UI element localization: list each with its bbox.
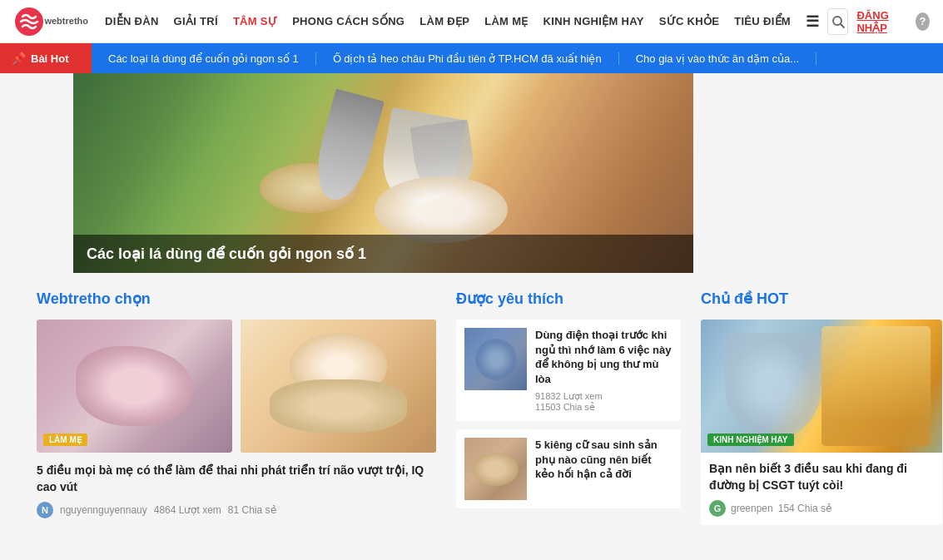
nav-giai-tri[interactable]: GIẢI TRÍ [174, 15, 218, 27]
hero-banner[interactable]: Các loại lá dùng để cuốn gỏi ngon số 1 [73, 73, 693, 273]
hero-title: Các loại lá dùng để cuốn gỏi ngon số 1 [87, 245, 680, 263]
dyti-image-2 [464, 438, 527, 500]
nav-dien-dan[interactable]: DIỄN ĐÀN [105, 15, 159, 27]
breaking-item-1[interactable]: Các loại lá dùng để cuốn gỏi ngon số 1 [92, 52, 316, 65]
author-avatar-g: G [709, 500, 726, 517]
dyti-views-1: 91832 Lượt xem [535, 391, 673, 402]
logo-text: webtretho [44, 16, 88, 27]
dyti-stats-1: 91832 Lượt xem 11503 Chia sẻ [535, 391, 673, 413]
nav-suc-khoe[interactable]: SỨC KHỎE [659, 15, 720, 27]
nav-more-icon[interactable]: ☰ [806, 12, 819, 31]
chu-de-hot-title: Chủ đề HOT [701, 290, 942, 308]
article-views: 4864 Lượt xem [154, 504, 221, 516]
breaking-items: Các loại lá dùng để cuốn gỏi ngon số 1 Ổ… [92, 52, 816, 65]
breaking-item-2[interactable]: Ổ dịch tả heo châu Phi đầu tiên ở TP.HCM… [316, 52, 619, 65]
hot-card-content: Bạn nên biết 3 điều sau khi đang đi đườn… [701, 453, 942, 525]
webtretho-article-meta: N nguyennguyennauy 4864 Lượt xem 81 Chia… [37, 502, 436, 518]
hot-card-author[interactable]: greenpen [731, 503, 773, 514]
hero-overlay: Các loại lá dùng để cuốn gỏi ngon số 1 [73, 235, 693, 273]
breaking-bar: 📌 Bài Hot Các loại lá dùng để cuốn gỏi n… [0, 43, 943, 73]
card-image-right[interactable] [241, 320, 436, 453]
dang-nhap-button[interactable]: ĐĂNG NHẬP [856, 9, 907, 34]
help-button[interactable]: ? [916, 12, 930, 31]
body-layout: Webtretho chọn LÀM MẸ 5 điều mọi bà mẹ c… [0, 273, 943, 542]
author-name[interactable]: nguyennguyennauy [60, 504, 147, 516]
pin-icon: 📌 [12, 52, 26, 65]
duoc-yeu-thich-section: Được yêu thích Dùng điện thoại trước khi… [456, 290, 681, 525]
lam-me-badge: LÀM MẸ [43, 434, 87, 446]
webtretho-article-title[interactable]: 5 điều mọi bà mẹ có thể làm để thai nhi … [37, 463, 436, 495]
author-avatar-n: N [37, 502, 53, 518]
bai-hot-badge: 📌 Bài Hot [0, 43, 92, 73]
hot-card-meta: G greenpen 154 Chia sẻ [709, 500, 934, 517]
nav-tieu-diem[interactable]: TIÊU ĐIỂM [734, 15, 791, 27]
article-shares: 81 Chia sẻ [228, 504, 276, 516]
hot-card-image: KINH NGHIỆM HAY [701, 320, 942, 453]
main-nav: DIỄN ĐÀN GIẢI TRÍ TÂM SỰ PHONG CÁCH SỐNG… [105, 12, 819, 31]
hot-card[interactable]: KINH NGHIỆM HAY Bạn nên biết 3 điều sau … [701, 320, 942, 525]
logo[interactable]: webtretho [13, 5, 88, 38]
webtretho-chon-section: Webtretho chọn LÀM MẸ 5 điều mọi bà mẹ c… [37, 290, 436, 525]
chu-de-hot-section: Chủ đề HOT KINH NGHIỆM HAY Bạn nên biết … [701, 290, 942, 525]
kinh-nghiem-hay-badge: KINH NGHIỆM HAY [707, 434, 794, 446]
search-button[interactable] [827, 8, 848, 35]
dyti-content-2: 5 kiêng cữ sau sinh sản phụ nào cũng nên… [535, 438, 673, 500]
duoc-yeu-thich-title: Được yêu thích [456, 290, 681, 308]
logo-icon [13, 5, 44, 38]
nav-lam-dep[interactable]: LÀM ĐẸP [419, 15, 469, 27]
search-icon [831, 15, 845, 28]
dyti-item-2[interactable]: 5 kiêng cữ sau sinh sản phụ nào cũng nên… [456, 429, 681, 508]
dyti-title-2: 5 kiêng cữ sau sinh sản phụ nào cũng nên… [535, 438, 673, 482]
dyti-title-1: Dùng điện thoại trước khi ngủ thì nhớ là… [535, 328, 673, 386]
dyti-content-1: Dùng điện thoại trước khi ngủ thì nhớ là… [535, 328, 673, 413]
header: webtretho DIỄN ĐÀN GIẢI TRÍ TÂM SỰ PHONG… [0, 0, 943, 43]
dyti-image-1 [464, 328, 527, 390]
nav-kinh-nghiem-hay[interactable]: KINH NGHIỆM HAY [543, 15, 644, 27]
hot-card-title: Bạn nên biết 3 điều sau khi đang đi đườn… [709, 461, 934, 493]
nav-tam-su[interactable]: TÂM SỰ [233, 15, 277, 27]
dyti-item-1[interactable]: Dùng điện thoại trước khi ngủ thì nhớ là… [456, 320, 681, 421]
webtretho-chon-cards: LÀM MẸ [37, 320, 436, 453]
breaking-item-3[interactable]: Cho gia vị vào thức ăn dặm của... [619, 52, 816, 65]
nav-phong-cach-song[interactable]: PHONG CÁCH SỐNG [292, 15, 404, 27]
card-image-left[interactable]: LÀM MẸ [37, 320, 232, 453]
bai-hot-label: Bài Hot [31, 52, 69, 65]
nav-lam-me[interactable]: LÀM MẸ [484, 15, 528, 27]
dyti-shares-1: 11503 Chia sẻ [535, 402, 673, 413]
webtretho-chon-title: Webtretho chọn [37, 290, 436, 308]
hot-card-shares: 154 Chia sẻ [778, 503, 831, 514]
svg-line-2 [841, 24, 844, 27]
header-right: ĐĂNG NHẬP ? [827, 8, 930, 35]
